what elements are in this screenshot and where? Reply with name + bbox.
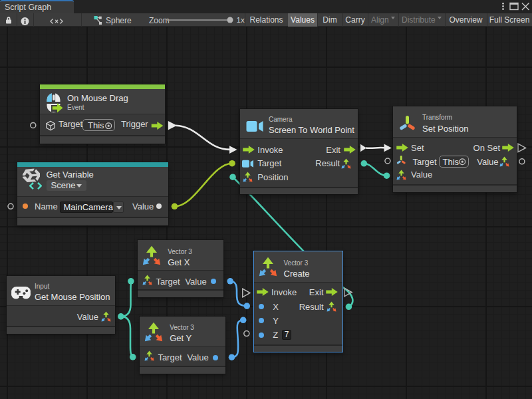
svg-text:1x: 1x (237, 16, 245, 24)
svg-text:Zoom: Zoom (149, 16, 170, 25)
svg-text:Sphere: Sphere (106, 16, 132, 25)
